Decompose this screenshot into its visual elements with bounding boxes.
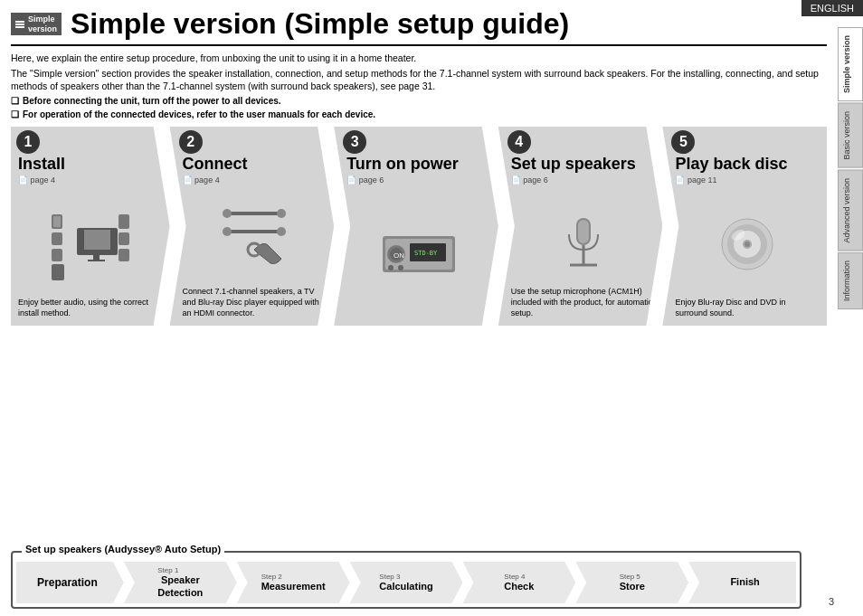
language-label: ENGLISH bbox=[801, 0, 863, 16]
svg-rect-2 bbox=[93, 255, 100, 260]
badge-label: Simpleversion bbox=[28, 14, 57, 34]
step-3-number: 3 bbox=[343, 130, 366, 154]
setup-step-finish-label: Finish bbox=[730, 576, 759, 588]
step-4-image bbox=[511, 190, 656, 282]
page-ref-icon-5: 📄 bbox=[675, 175, 685, 185]
step-1-block: 1 Install 📄 page 4 bbox=[11, 127, 170, 326]
step-4-title: Set up speakers bbox=[511, 156, 656, 174]
tab-advanced-version[interactable]: Advanced version bbox=[838, 170, 863, 251]
description-block: Here, we explain the entire setup proced… bbox=[11, 52, 827, 121]
setup-step-meas-label: Measurement bbox=[261, 581, 326, 592]
page-header: Simpleversion Simple version (Simple set… bbox=[11, 7, 827, 46]
check-icon-2: ❑ bbox=[11, 109, 19, 121]
setup-step-meas-num: Step 2 bbox=[261, 573, 282, 581]
setup-step-check-label: Check bbox=[504, 581, 534, 592]
step-2-number: 2 bbox=[179, 130, 203, 154]
svg-point-16 bbox=[223, 227, 232, 236]
svg-rect-9 bbox=[119, 232, 129, 245]
step-4-block: 4 Set up speakers 📄 page 6 Use the se bbox=[498, 127, 663, 326]
step-4-page: 📄 page 6 bbox=[511, 175, 656, 185]
step-2-title: Connect bbox=[183, 156, 327, 174]
step-5-desc: Enjoy Blu-ray Disc and DVD in surround s… bbox=[675, 297, 820, 318]
svg-point-13 bbox=[223, 209, 232, 218]
install-illustration bbox=[50, 201, 131, 282]
step-3-image: ON STD-BY bbox=[346, 190, 491, 315]
step-5-number: 5 bbox=[671, 130, 695, 154]
page-ref-icon-3: 📄 bbox=[346, 175, 356, 185]
note2-text: For operation of the connected devices, … bbox=[23, 109, 375, 121]
step-1-desc: Enjoy better audio, using the correct in… bbox=[18, 297, 163, 318]
setup-step-speaker-detection: Step 1 Speaker Detection bbox=[124, 562, 237, 603]
step-5-page: 📄 page 11 bbox=[675, 175, 820, 185]
svg-rect-3 bbox=[88, 260, 105, 261]
mic-illustration bbox=[547, 200, 620, 272]
tab-simple-version[interactable]: Simple version bbox=[838, 27, 863, 101]
setup-steps: Preparation Step 1 Speaker Detection Ste… bbox=[13, 553, 800, 607]
setup-bar-title: Set up speakers (Audyssey® Auto Setup) bbox=[22, 544, 224, 554]
power-illustration: ON STD-BY bbox=[378, 218, 460, 286]
step-1-page: 📄 page 4 bbox=[18, 175, 163, 185]
setup-step-preparation: Preparation bbox=[16, 562, 124, 603]
detail-text: The "Simple version" section provides th… bbox=[11, 67, 827, 93]
page-ref-icon-1: 📄 bbox=[18, 175, 28, 185]
setup-step-sd-num: Step 1 bbox=[157, 566, 178, 574]
step-2-page: 📄 page 4 bbox=[183, 175, 327, 185]
step-3-page: 📄 page 6 bbox=[346, 175, 491, 185]
svg-rect-8 bbox=[119, 214, 129, 229]
setup-step-calculating: Step 3 Calculating bbox=[350, 562, 463, 603]
main-content: Simpleversion Simple version (Simple set… bbox=[0, 0, 838, 616]
step-3-title: Turn on power bbox=[346, 156, 491, 174]
disc-illustration bbox=[711, 210, 783, 273]
step-2-block: 2 Connect 📄 page 4 bbox=[170, 127, 335, 326]
setup-step-measurement: Step 2 Measurement bbox=[237, 562, 350, 603]
page-number: 3 bbox=[829, 596, 834, 607]
step-1-title: Install bbox=[18, 156, 163, 174]
svg-rect-7 bbox=[52, 249, 62, 261]
setup-step-calc-content: Step 3 Calculating bbox=[379, 573, 432, 592]
svg-rect-5 bbox=[53, 216, 61, 227]
svg-point-17 bbox=[277, 227, 286, 236]
svg-rect-1 bbox=[84, 230, 110, 250]
tab-basic-version[interactable]: Basic version bbox=[838, 103, 863, 168]
step-5-block: 5 Play back disc 📄 page 11 Enjoy Blu- bbox=[662, 127, 827, 326]
svg-text:ON: ON bbox=[394, 251, 404, 260]
setup-step-store-content: Step 5 Store bbox=[620, 573, 645, 592]
setup-step-finish: Finish bbox=[688, 562, 796, 603]
connect-illustration bbox=[218, 200, 290, 272]
svg-rect-11 bbox=[52, 264, 64, 280]
step-1-image bbox=[18, 190, 163, 293]
setup-step-check-content: Step 4 Check bbox=[504, 573, 534, 592]
note1-text: Before connecting the unit, turn off the… bbox=[23, 95, 281, 108]
setup-step-prep-label: Preparation bbox=[37, 576, 98, 589]
tab-information[interactable]: Information bbox=[838, 252, 863, 309]
page-title: Simple version (Simple setup guide) bbox=[71, 7, 569, 41]
setup-step-calc-num: Step 3 bbox=[379, 573, 400, 581]
intro-text: Here, we explain the entire setup proced… bbox=[11, 52, 827, 65]
svg-rect-6 bbox=[52, 232, 62, 245]
svg-point-27 bbox=[398, 265, 403, 270]
step-4-desc: Use the setup microphone (ACM1H) include… bbox=[511, 286, 656, 318]
setup-step-finish-content: Finish bbox=[730, 576, 759, 588]
side-tabs: Simple version Basic version Advanced ve… bbox=[838, 27, 863, 309]
setup-step-meas-content: Step 2 Measurement bbox=[261, 573, 326, 592]
note2: ❑ For operation of the connected devices… bbox=[11, 109, 827, 121]
setup-step-sd-content: Step 1 Speaker Detection bbox=[157, 566, 203, 598]
check-icon-1: ❑ bbox=[11, 95, 19, 108]
setup-step-check: Step 4 Check bbox=[462, 562, 575, 603]
step-2-image bbox=[183, 190, 327, 282]
setup-step-store-num: Step 5 bbox=[620, 573, 640, 581]
setup-step-calc-label: Calculating bbox=[379, 581, 432, 592]
steps-container: 1 Install 📄 page 4 bbox=[11, 127, 827, 326]
svg-rect-31 bbox=[578, 220, 589, 243]
setup-step-store-label: Store bbox=[620, 581, 645, 592]
svg-text:STD-BY: STD-BY bbox=[414, 250, 438, 257]
step-4-number: 4 bbox=[507, 130, 531, 154]
page-ref-icon-4: 📄 bbox=[511, 175, 521, 185]
note1: ❑ Before connecting the unit, turn off t… bbox=[11, 95, 827, 108]
svg-rect-10 bbox=[119, 249, 129, 261]
badge-lines bbox=[15, 21, 24, 28]
step-3-block: 3 Turn on power 📄 page 6 ON STD-BY bbox=[334, 127, 498, 326]
step-5-image bbox=[675, 190, 820, 293]
svg-point-26 bbox=[388, 265, 394, 270]
setup-step-store: Step 5 Store bbox=[575, 562, 688, 603]
